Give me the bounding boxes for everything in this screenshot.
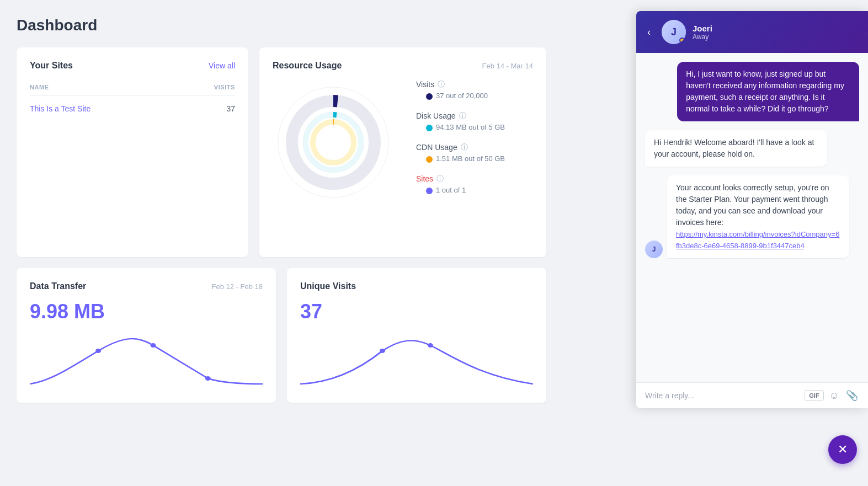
chat-reply-input[interactable] xyxy=(645,391,800,400)
chat-message: Hi Hendrik! Welcome aboard! I'll have a … xyxy=(645,130,859,167)
help-icon[interactable]: ⓘ xyxy=(436,174,444,184)
svg-point-12 xyxy=(95,349,101,353)
resource-date-range: Feb 14 - Mar 14 xyxy=(482,62,534,70)
sites-table: NAME VISITS This Is a Test Site 37 xyxy=(30,79,235,122)
message-link[interactable]: https://my.kinsta.com/billing/invoices?i… xyxy=(676,230,839,250)
legend-label: Sites ⓘ xyxy=(416,174,533,184)
legend-label: Disk Usage ⓘ xyxy=(416,111,533,121)
message-bubble: Hi, I just want to know, just signed up … xyxy=(677,62,859,121)
chat-agent-name: Joeri xyxy=(693,24,712,33)
svg-point-13 xyxy=(150,343,156,348)
donut-chart xyxy=(273,82,394,203)
svg-point-14 xyxy=(205,376,211,381)
svg-point-11 xyxy=(318,127,349,158)
chat-messages-area[interactable]: Hi, I just want to know, just signed up … xyxy=(636,53,868,382)
data-transfer-header: Data Transfer Feb 12 - Feb 18 xyxy=(30,281,263,291)
unique-visits-chart xyxy=(300,334,533,389)
data-transfer-title: Data Transfer xyxy=(30,281,86,291)
unique-visits-chart-svg xyxy=(300,334,533,389)
chat-user-info: Joeri Away xyxy=(693,24,712,41)
help-icon[interactable]: ⓘ xyxy=(461,142,468,152)
help-icon[interactable]: ⓘ xyxy=(459,111,466,121)
legend-value: 37 out of 20,000 xyxy=(426,92,533,100)
legend-item: Visits ⓘ 37 out of 20,000 xyxy=(416,79,533,100)
col-name-header: NAME xyxy=(30,79,182,95)
view-all-link[interactable]: View all xyxy=(209,61,235,70)
table-row: This Is a Test Site 37 xyxy=(30,95,235,122)
data-transfer-chart xyxy=(30,334,263,389)
gif-button[interactable]: GIF xyxy=(805,390,823,401)
data-transfer-card: Data Transfer Feb 12 - Feb 18 9.98 MB xyxy=(17,268,276,403)
chat-message: J Your account looks correctly setup, yo… xyxy=(645,175,859,258)
attach-button[interactable]: 📎 xyxy=(845,389,859,402)
chat-input-area: GIF ☺ 📎 xyxy=(636,382,868,408)
legend-item: Disk Usage ⓘ 94.13 MB out of 5 GB xyxy=(416,111,533,131)
svg-point-15 xyxy=(380,349,385,353)
page-title: Dashboard xyxy=(17,17,546,34)
legend-value: 94.13 MB out of 5 GB xyxy=(426,123,533,131)
legend-label: Visits ⓘ xyxy=(416,79,533,89)
legend-item: Sites ⓘ 1 out of 1 xyxy=(416,174,533,194)
legend-item: CDN Usage ⓘ 1.51 MB out of 50 GB xyxy=(416,142,533,163)
unique-visits-value: 37 xyxy=(300,300,533,323)
message-bubble: Your account looks correctly setup, you'… xyxy=(667,175,849,258)
data-transfer-chart-svg xyxy=(30,334,263,389)
sites-card-header: Your Sites View all xyxy=(30,61,235,71)
legend-label: CDN Usage ⓘ xyxy=(416,142,533,152)
col-visits-header: VISITS xyxy=(182,79,235,95)
resource-legend: Visits ⓘ 37 out of 20,000 Disk Usage ⓘ 9… xyxy=(416,79,533,205)
emoji-button[interactable]: ☺ xyxy=(828,390,840,402)
chat-header: ‹ J Joeri Away xyxy=(636,11,868,53)
chat-back-button[interactable]: ‹ xyxy=(647,26,655,38)
chat-avatar: J xyxy=(662,20,686,44)
donut-svg xyxy=(273,82,394,203)
chat-message: Hi, I just want to know, just signed up … xyxy=(645,62,859,121)
data-transfer-date: Feb 12 - Feb 18 xyxy=(212,282,263,291)
help-icon[interactable]: ⓘ xyxy=(438,79,445,89)
resource-card-title: Resource Usage xyxy=(273,61,342,71)
sites-card-title: Your Sites xyxy=(30,61,73,71)
data-transfer-value: 9.98 MB xyxy=(30,300,263,323)
unique-visits-title: Unique Visits xyxy=(300,281,356,291)
resource-card-header: Resource Usage Feb 14 - Mar 14 xyxy=(273,61,533,71)
unique-visits-card: Unique Visits 37 xyxy=(287,268,546,403)
chat-agent-status: Away xyxy=(693,33,712,41)
legend-value: 1.51 MB out of 50 GB xyxy=(426,154,533,163)
unique-visits-header: Unique Visits xyxy=(300,281,533,291)
message-with-avatar: J Your account looks correctly setup, yo… xyxy=(645,175,859,258)
chat-close-button[interactable]: ✕ xyxy=(828,435,857,464)
visit-count: 37 xyxy=(182,95,235,122)
chat-panel: ‹ J Joeri Away Hi, I just want to know, … xyxy=(636,11,868,408)
resource-inner: Visits ⓘ 37 out of 20,000 Disk Usage ⓘ 9… xyxy=(273,79,533,205)
resource-usage-card: Resource Usage Feb 14 - Mar 14 xyxy=(259,47,546,257)
sites-card: Your Sites View all NAME VISITS This Is … xyxy=(17,47,248,257)
svg-point-16 xyxy=(428,343,433,348)
agent-avatar-small: J xyxy=(645,241,663,258)
message-bubble: Hi Hendrik! Welcome aboard! I'll have a … xyxy=(645,130,827,167)
site-name-link[interactable]: This Is a Test Site xyxy=(30,104,90,113)
status-indicator xyxy=(679,38,685,43)
legend-value: 1 out of 1 xyxy=(426,186,533,194)
